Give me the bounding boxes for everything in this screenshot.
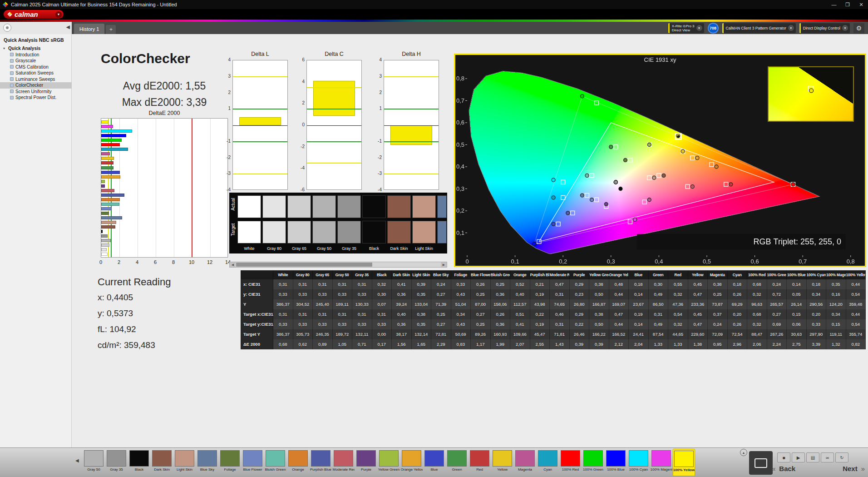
sidebar-item-screen-uniformity[interactable]: Screen Uniformity	[0, 89, 72, 95]
sidebar-item-spectral-power-dist-[interactable]: Spectral Power Dist.	[0, 94, 72, 101]
sidebar-item-cms-calibration[interactable]: CMS Calibration	[0, 64, 72, 70]
table-column-header: White	[273, 270, 293, 279]
add-tab-button[interactable]: +	[106, 25, 116, 34]
logo-dropdown-icon[interactable]: ▼	[55, 11, 62, 18]
patch-button-100-cyan[interactable]: 100% Cyan	[627, 449, 650, 476]
chevron-down-icon[interactable]: ▼	[788, 25, 794, 31]
sidebar-item-introduction[interactable]: Introduction	[0, 52, 72, 58]
patch-button-foliage[interactable]: Foliage	[219, 449, 241, 476]
patch-button-blue[interactable]: Blue	[423, 449, 445, 476]
patch-label: Light Skin	[177, 467, 192, 472]
deltae-bar	[101, 203, 119, 206]
scroll-right-icon[interactable]: ▶	[441, 262, 447, 267]
patch-button-100-green[interactable]: 100% Green	[582, 449, 604, 476]
patch-button-yellow-green[interactable]: Yellow Green	[378, 449, 400, 476]
calman-logo-button[interactable]: calman ▼	[4, 10, 64, 19]
patch-button-orange[interactable]: Orange	[287, 449, 309, 476]
table-cell: 386,37	[273, 299, 293, 309]
axis-tick-label: 4	[371, 57, 382, 62]
sidebar-item-quick-analysis[interactable]: ▾Quick Analysis	[0, 45, 72, 52]
patch-button-cyan[interactable]: Cyan	[537, 449, 559, 476]
patch-button-blue-sky[interactable]: Blue Sky	[196, 449, 218, 476]
pattern-window-button[interactable]	[749, 451, 773, 475]
sidebar-item-grayscale[interactable]: Grayscale	[0, 58, 72, 64]
table-cell: 0,47	[550, 279, 570, 289]
table-cell: 0,27	[471, 309, 491, 319]
table-cell: 72,09	[708, 329, 728, 339]
patch-button-100-magenta[interactable]: 100% Magenta	[650, 449, 672, 476]
play-button[interactable]: ▶	[792, 452, 805, 462]
table-cell: 0,26	[728, 319, 748, 329]
continuous-button[interactable]: ∞	[821, 452, 834, 462]
patch-button-yellow[interactable]: Yellow	[491, 449, 513, 476]
meter-button[interactable]: X-Rite i1Pro 3 Direct View ▼	[668, 23, 704, 33]
table-cell: 265,57	[767, 299, 787, 309]
back-chevron-icon[interactable]: «	[772, 465, 775, 472]
table-row: Target y:CIE310,330,330,330,330,330,330,…	[241, 319, 866, 329]
table-cell: 229,60	[688, 329, 708, 339]
session-button[interactable]	[3, 24, 11, 32]
sidebar-item-label: Luminance Sweeps	[15, 77, 55, 82]
pattern-generator-button[interactable]: CalMAN Client 3 Pattern Generator ▼	[722, 23, 796, 33]
patch-button-100-blue[interactable]: 100% Blue	[605, 449, 627, 476]
delta-c-chart	[306, 60, 362, 190]
minimize-button[interactable]: —	[827, 0, 841, 9]
patch-button-blue-flower[interactable]: Blue Flower	[242, 449, 264, 476]
pattern-window-button[interactable]: ▤	[806, 452, 819, 462]
settings-button[interactable]: ⚙	[853, 23, 864, 33]
patch-button-magenta[interactable]: Magenta	[514, 449, 536, 476]
swatch-strip-scrollbar[interactable]: ◀ ▶	[229, 262, 447, 268]
patch-button-black[interactable]: Black	[128, 449, 150, 476]
patch-scroll-left-icon[interactable]: ◀	[75, 458, 79, 463]
tab-history-1[interactable]: History 1	[74, 24, 104, 34]
next-chevron-icon[interactable]: »	[861, 465, 865, 472]
patch-button-bluish-green[interactable]: Bluish Green	[264, 449, 286, 476]
patch-button-red[interactable]: Red	[469, 449, 491, 476]
axis-tick-label: 8	[169, 259, 178, 265]
scrollbar-thumb[interactable]	[236, 263, 372, 267]
expander-icon[interactable]: ▾	[3, 46, 5, 50]
table-cell: 2,12	[609, 339, 629, 349]
sidebar-item-luminance-sweeps[interactable]: Luminance Sweeps	[0, 76, 72, 83]
axis-tick-label: 2	[220, 90, 231, 95]
swatch-column-label: Gray 65	[287, 246, 311, 251]
patch-button-gray-50[interactable]: Gray 50	[83, 449, 105, 476]
patch-button-light-skin[interactable]: Light Skin	[173, 449, 196, 476]
patch-button-gray-35[interactable]: Gray 35	[105, 449, 128, 476]
chevron-down-icon[interactable]: ▼	[696, 25, 702, 31]
table-cell: 26,46	[570, 329, 590, 339]
target-swatch	[437, 221, 447, 243]
table-cell: 0,33	[313, 289, 333, 299]
scroll-left-icon[interactable]: ◀	[230, 262, 236, 267]
patch-button-moderate-red[interactable]: Moderate Red	[332, 449, 355, 476]
patch-button-dark-skin[interactable]: Dark Skin	[151, 449, 173, 476]
back-button[interactable]: Back	[775, 465, 799, 472]
stop-button[interactable]: ■	[777, 452, 790, 462]
table-row: Target Y386,37305,73246,35189,72132,110,…	[241, 329, 866, 339]
sidebar-item-saturation-sweeps[interactable]: Saturation Sweeps	[0, 70, 72, 76]
target-row-label: Target	[231, 229, 236, 236]
chevron-down-icon[interactable]: ▼	[842, 25, 848, 31]
display-control-button[interactable]: Direct Display Control ▼	[799, 23, 850, 33]
patch-button-100-red[interactable]: 100% Red	[559, 449, 582, 476]
patch-button-100-yellow[interactable]: 100% Yellow	[673, 449, 695, 476]
sidebar-item-colorchecker[interactable]: ColorChecker	[0, 82, 72, 89]
refresh-button[interactable]: ↻	[835, 452, 848, 462]
next-button[interactable]: Next	[839, 465, 861, 472]
collapse-up-button[interactable]: ▲	[740, 449, 747, 456]
close-button[interactable]: ✕	[854, 0, 868, 9]
patch-button-orange-yellow[interactable]: Orange Yellow	[400, 449, 423, 476]
patch-button-green[interactable]: Green	[446, 449, 468, 476]
patch-swatch	[629, 450, 648, 467]
actual-row-label: Actual	[231, 204, 236, 211]
patch-label: 100% Blue	[607, 467, 625, 472]
patch-button-purple[interactable]: Purple	[355, 449, 377, 476]
table-cell: 0,15	[787, 309, 807, 319]
patch-button-purplish-blue[interactable]: Purplish Blue	[310, 449, 332, 476]
cie-chart-canvas[interactable]	[455, 55, 865, 266]
maximize-button[interactable]: ❐	[841, 0, 854, 9]
sidebar-collapse-button[interactable]: ◀	[66, 24, 70, 30]
table-cell: 0,29	[570, 309, 590, 319]
deltae-bar	[101, 248, 107, 251]
table-cell: 0,26	[491, 309, 511, 319]
